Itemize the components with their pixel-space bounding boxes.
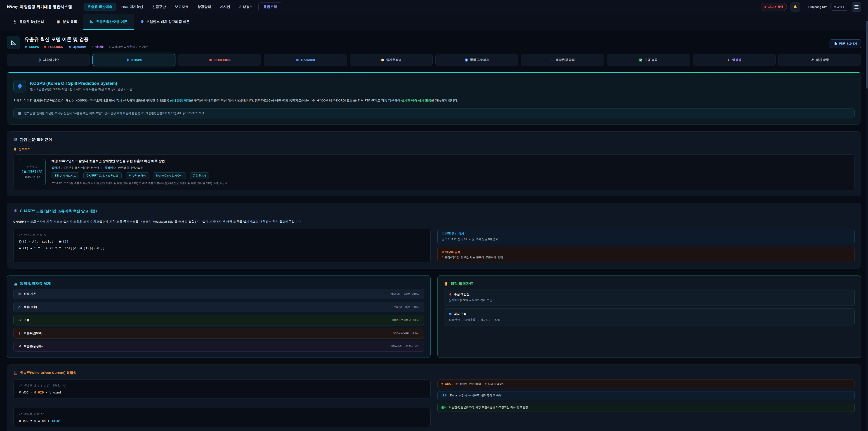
formula-zeta: ζ(t) = A(t) cos[σt - θ(t)]: [19, 240, 425, 243]
incident-status-badge[interactable]: 사고 진행중: [761, 3, 787, 11]
nav-item-aerial-search[interactable]: 항공탐색: [194, 3, 215, 11]
pdf-export-label: PDF 내보내기: [839, 42, 857, 45]
note-desc: 기준점-격자점 간 위상차는 진폭에 무관하게 일정: [442, 256, 850, 259]
charry-description: CHARRY는 조화분석에 의한 검조소 실시간 조위와 조석 수치모델링에 의…: [13, 219, 855, 224]
phase-constant-note: ② 위상차 일정 기준점-격자점 간 위상차는 진폭에 무관하게 일정: [437, 247, 855, 263]
kosps-header: KOSPS (Korea Oil Spill Prediction System…: [13, 80, 855, 92]
red-dot-icon: [44, 45, 47, 49]
formula-amplitude: A²(t) = Σ Yᵢ² + 2Σ YᵢYⱼ cos[(σᵢ-σⱼ)t-(φᵢ…: [19, 246, 425, 250]
tab-oil-fence-algorithm-theory[interactable]: 오일펜스 배치 알고리즘 이론: [134, 14, 196, 30]
tab-spill-model-theory[interactable]: 유출유확산모델 이론: [84, 14, 133, 30]
section-tab-model-validation[interactable]: 모델 검증: [607, 54, 690, 66]
triangle-ruler-icon: [13, 371, 18, 375]
section-tab-ensemble[interactable]: 앙상블: [692, 54, 776, 66]
hamburger-menu-button[interactable]: [852, 2, 861, 12]
badge-kosps: KOSPS: [24, 45, 39, 49]
patent-tag: 풍화 5단계: [190, 173, 209, 179]
nav-item-hns-air-diffusion[interactable]: HNS·대기확산: [118, 3, 147, 11]
code-comment: /* 취송류 유속 (이·강, 2000) */: [19, 384, 425, 388]
badge-poseidon: POSEIDON: [44, 45, 63, 49]
note-title: ① 진폭 등비 증가: [442, 232, 850, 236]
page-subtitle: 라그랑지안 입자추적 이론 기반: [109, 45, 148, 49]
patent-tag: Monte Carlo 입자추적: [153, 173, 186, 179]
formula-wdc-deflection: θ_WDC = θ_wind + 18.6°: [19, 419, 425, 423]
main-content: 유출유 확산 모델 이론 및 검증 KOSPS POSEIDON OpenDri…: [0, 30, 868, 431]
papers-patents-title: 관련 논문·특허 근거: [13, 137, 855, 142]
note-title: ② 위상차 일정: [442, 250, 850, 254]
bell-icon: [793, 5, 797, 9]
page-icon-box: [7, 36, 20, 49]
reference-text: 참고문헌: 김혜진·이문진·오세웅·강준묵, “유출유 확산 예측 모델의 상시…: [24, 112, 205, 115]
nav-item-emergency-rescue[interactable]: 긴급구난: [149, 3, 169, 11]
highlight-realtime-use: 실시간 예측 상시 활용: [401, 99, 431, 102]
tab-label: 오일펜스 배치 알고리즘 이론: [146, 20, 190, 24]
badge-ensemble: 앙상블: [91, 45, 104, 49]
dynamic-row-wind-temp: 바람·기온 KMA UM · ~12km · 2회/일: [13, 288, 424, 299]
patent-registration-box: 등록번호 10-1567431 2015.11.03: [19, 159, 46, 185]
wdc-notes: V_WDC : 표면 취송류 유속 (m/s) — 바람의 약 2.9% 18.…: [437, 379, 855, 427]
kosps-icon-box: [13, 80, 26, 92]
inventors-label: 발명자: [52, 166, 60, 169]
holder-label: 특허권자: [104, 166, 116, 169]
circular-arrow-icon: [550, 58, 554, 62]
logout-button[interactable]: 로그아웃: [831, 3, 848, 11]
source-note: 출처 : 이문진·강용균(2000), 해양 표면취송류 라그랑지안 측류 및 …: [437, 403, 855, 412]
charry-notes: ① 진폭 등비 증가 검조소 조위 진폭 f배 → 전 격자 동일 f배 증가 …: [437, 229, 855, 263]
diamond-icon: [126, 58, 129, 62]
modulated-tide-formula-block: /* 변조조석 수식 */ ζ(t) = A(t) cos[σt - θ(t)]…: [13, 229, 431, 263]
section-tab-particle-tracking[interactable]: 입자추적법: [350, 54, 433, 66]
model-badge-row: KOSPS POSEIDON OpenDrift 앙상블 라그랑지안 입자추적 …: [24, 45, 148, 49]
section-tab-system-overview[interactable]: 시스템 개요: [7, 54, 90, 66]
static-card-grid-config: 격자 구성 좌표변환 → 영역추출 → 격자보간 표준화: [444, 308, 855, 326]
books-icon: [13, 137, 18, 142]
section-tab-kosps[interactable]: KOSPS: [92, 54, 176, 66]
microscope-icon: [13, 20, 17, 24]
nav-item-oil-spill-prediction[interactable]: 유출유 확산예측: [84, 3, 116, 11]
main-nav: 유출유 확산예측 HNS·대기확산 긴급구난 보고자료 항공탐색 게시판 기상정…: [84, 2, 282, 11]
dynamic-row-sst: 표층수온(SST) NOAA AVHRR · ~5.4km: [13, 328, 424, 339]
section-tab-future-direction[interactable]: 발전 방향: [778, 54, 861, 66]
wind-driven-current-card: 취송류(Wind-Driven Current) 경험식 /* 취송류 유속 (…: [7, 365, 861, 431]
page-scrollbar[interactable]: [866, 0, 868, 431]
code-comment: /* 변조조석 수식 */: [19, 233, 425, 237]
nav-item-weather-info[interactable]: 기상정보: [236, 3, 256, 11]
alert-dot-icon: [765, 6, 766, 8]
patent-tag: CHARRY 실시간 조류모델: [84, 173, 122, 179]
rocket-icon: [811, 58, 814, 62]
nav-item-integrated-search[interactable]: 통합조회: [258, 2, 282, 11]
section-tab-poseidon[interactable]: POSEIDON: [178, 54, 261, 66]
registration-number: 10-1567431: [22, 170, 43, 174]
tab-analysis-list[interactable]: 분석 목록: [50, 14, 84, 30]
dynamic-row-current: 해류(표층) HYCOM · ~9km · 1회/일: [13, 302, 424, 312]
notifications-button[interactable]: [790, 2, 800, 12]
scrollbar-thumb[interactable]: [866, 21, 868, 89]
pdf-export-button[interactable]: PDF 내보내기: [830, 39, 861, 48]
divider: [804, 4, 804, 10]
section-tab-weathering-process[interactable]: 풍화 프로세스: [435, 54, 518, 66]
charry-model-card: CHARRY 모델 (실시간 조류예측 핵심 알고리즘) CHARRY는 조화분…: [7, 203, 861, 269]
map-pin-icon: [449, 293, 452, 296]
patent-tag: 취송류 경험식: [126, 173, 149, 179]
charry-title: CHARRY 모델 (실시간 조류예측 핵심 알고리즘): [13, 209, 855, 214]
ekman-angle-note: 18.6° : Ekman 편향각 — 북반구 기준 풍향 우편향: [437, 391, 855, 400]
topbar: Wing 해양환경 위기대응 통합시스템 유출유 확산예측 HNS·대기확산 긴…: [0, 0, 868, 14]
nav-item-board[interactable]: 게시판: [217, 3, 234, 11]
lightning-icon: [91, 45, 94, 49]
kosps-title: KOSPS (Korea Oil Spill Prediction System…: [30, 81, 132, 86]
lightning-icon: [727, 58, 730, 62]
registration-caption: 등록번호: [26, 165, 38, 168]
reference-note: 참고문헌: 김혜진·이문진·오세웅·강준묵, “유출유 확산 예측 모델의 상시…: [13, 108, 855, 118]
section-tab-opendrift[interactable]: OpenDrift: [264, 54, 347, 66]
section-tab-marine-env-input[interactable]: 해양환경 입력: [521, 54, 604, 66]
triangle-ruler-icon: [10, 40, 16, 45]
meta-separator: |: [101, 166, 102, 169]
thermometer-icon: [18, 332, 22, 335]
patent-content: 해양 유류오염사고 발생시 효율적인 방제방안 수립을 위한 유출유 확산 예측…: [52, 159, 849, 185]
check-icon: [639, 58, 643, 62]
spiral-icon: [13, 209, 18, 213]
globe-icon: [37, 58, 41, 62]
user-name: Eunjeong Kim: [808, 5, 827, 8]
nav-item-reports[interactable]: 보고자료: [171, 3, 192, 11]
spiral-icon: [18, 318, 22, 322]
tab-oil-spill-analysis[interactable]: 유출유 확산분석: [7, 14, 50, 30]
